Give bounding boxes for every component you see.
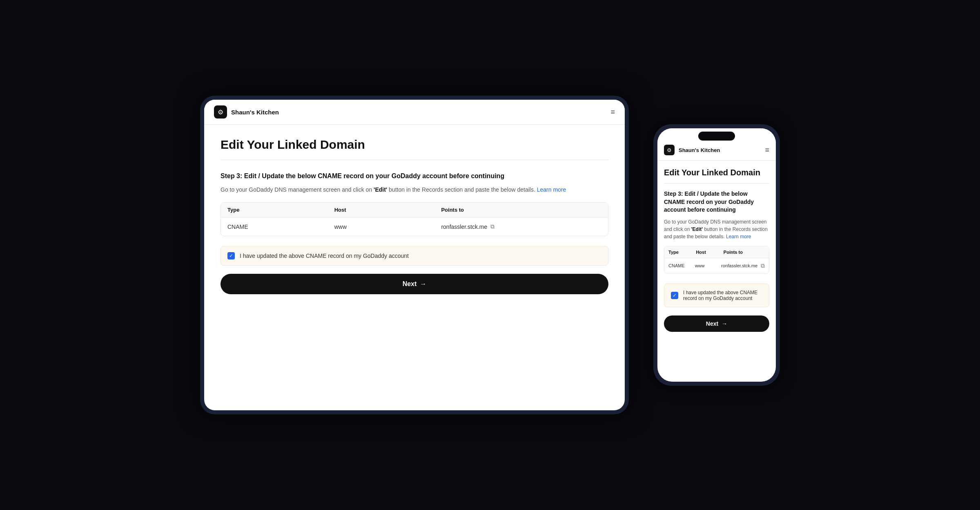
- learn-more-link[interactable]: Learn more: [537, 186, 566, 193]
- points-to-value: ronfassler.stck.me: [441, 224, 487, 230]
- table-row: CNAME www ronfassler.stck.me ⧉: [221, 217, 608, 236]
- tablet-screen: ⚙ Shaun's Kitchen ≡ Edit Your Linked Dom…: [204, 100, 625, 410]
- col-host: Host: [334, 207, 441, 213]
- phone-next-button[interactable]: Next →: [664, 315, 769, 332]
- app-header-left: ⚙ Shaun's Kitchen: [214, 105, 279, 119]
- phone-hamburger-icon[interactable]: ≡: [765, 146, 769, 154]
- phone-copy-icon[interactable]: ⧉: [761, 262, 765, 269]
- phone-checkbox-input[interactable]: ✓: [671, 292, 678, 299]
- app-header: ⚙ Shaun's Kitchen ≡: [204, 100, 625, 125]
- app-logo-icon: ⚙: [214, 105, 227, 119]
- step-description: Go to your GoDaddy DNS management screen…: [220, 186, 608, 194]
- phone-col-points-to: Points to: [724, 250, 765, 255]
- phone-col-type: Type: [668, 250, 696, 255]
- dns-table: Type Host Points to CNAME www ronfassler…: [220, 202, 608, 236]
- checkbox-label: I have updated the above CNAME record on…: [240, 253, 409, 259]
- divider: [220, 160, 608, 160]
- step-title: Step 3: Edit / Update the below CNAME re…: [220, 172, 608, 181]
- phone-step-title: Step 3: Edit / Update the below CNAME re…: [664, 190, 769, 214]
- phone-step-description: Go to your GoDaddy DNS management screen…: [664, 218, 769, 240]
- phone-cell-type: CNAME: [668, 263, 695, 268]
- phone-screen: ⚙ Shaun's Kitchen ≡ Edit Your Linked Dom…: [657, 128, 776, 382]
- col-points-to: Points to: [441, 207, 601, 213]
- phone-col-host: Host: [696, 250, 723, 255]
- phone-cell-host: www: [695, 263, 722, 268]
- cell-host: www: [334, 224, 441, 230]
- phone-table-row: CNAME www ronfassler.stck.me ⧉: [664, 258, 769, 273]
- phone-dns-table: Type Host Points to CNAME www ronfassler…: [664, 246, 769, 274]
- phone-points-to-value: ronfassler.stck.me: [721, 263, 757, 268]
- phone-app-header-left: ⚙ Shaun's Kitchen: [664, 145, 720, 155]
- phone-app-name: Shaun's Kitchen: [679, 147, 720, 153]
- dns-table-header: Type Host Points to: [221, 203, 608, 217]
- col-type: Type: [227, 207, 334, 213]
- phone-checkbox-row: ✓ I have updated the above CNAME record …: [664, 284, 769, 307]
- tablet-content: Edit Your Linked Domain Step 3: Edit / U…: [204, 125, 625, 410]
- phone-app-logo-icon: ⚙: [664, 145, 675, 155]
- tablet-device: ⚙ Shaun's Kitchen ≡ Edit Your Linked Dom…: [200, 96, 629, 414]
- next-button[interactable]: Next →: [220, 274, 608, 294]
- app-name: Shaun's Kitchen: [231, 109, 279, 116]
- checkbox-input[interactable]: ✓: [227, 252, 235, 259]
- phone-checkbox-label: I have updated the above CNAME record on…: [683, 290, 762, 301]
- copy-icon[interactable]: ⧉: [490, 223, 494, 230]
- phone-divider: [664, 183, 769, 183]
- cell-points-to: ronfassler.stck.me ⧉: [441, 223, 601, 230]
- checkbox-row: ✓ I have updated the above CNAME record …: [220, 246, 608, 266]
- cell-type: CNAME: [227, 224, 334, 230]
- phone-page-title: Edit Your Linked Domain: [664, 168, 769, 177]
- phone-content: Edit Your Linked Domain Step 3: Edit / U…: [657, 161, 776, 382]
- page-title: Edit Your Linked Domain: [220, 138, 608, 152]
- phone-device: ⚙ Shaun's Kitchen ≡ Edit Your Linked Dom…: [653, 124, 780, 386]
- hamburger-icon[interactable]: ≡: [610, 108, 615, 116]
- phone-notch: [698, 132, 735, 141]
- phone-dns-table-header: Type Host Points to: [664, 246, 769, 258]
- phone-cell-points-to: ronfassler.stck.me ⧉: [721, 262, 765, 269]
- phone-learn-more-link[interactable]: Learn more: [726, 234, 751, 239]
